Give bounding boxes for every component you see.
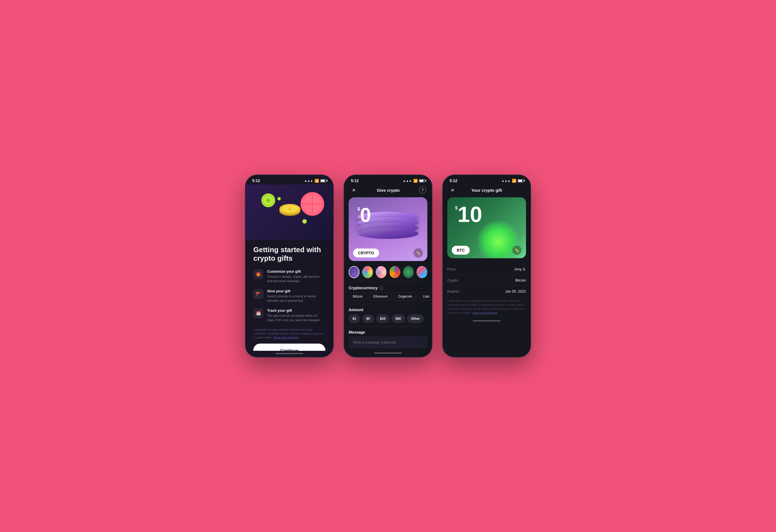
amount-number-3: 10 [457, 203, 482, 226]
divider-1 [349, 281, 427, 282]
btc-tag: BTC [452, 246, 470, 255]
card-bottom-2: CRYPTO ✏️ [349, 245, 427, 261]
home-bar-2 [374, 352, 402, 353]
feature-track: 📅 Track your gift The gift must be accep… [253, 308, 325, 322]
feature-give: 🚩 Give your gift Send it directly to a f… [253, 289, 325, 303]
svg-text:$: $ [289, 207, 291, 211]
crypto-label-3: Crypto [447, 278, 458, 282]
signal-icon-3: ▲▲▲ [501, 179, 511, 182]
time-3: 5:12 [449, 179, 457, 183]
message-label: Message [349, 330, 427, 334]
terms-link-3[interactable]: Terms and Conditions [472, 311, 498, 314]
amount-chip-5[interactable]: $5 [362, 314, 374, 323]
theme-green[interactable] [403, 266, 414, 278]
dollar-sign-3: $ [455, 206, 457, 211]
close-button-2[interactable]: ✕ [350, 186, 358, 194]
signal-icon-2: ▲▲▲ [403, 179, 412, 182]
theme-photo[interactable] [416, 266, 427, 278]
battery-icon-2 [419, 179, 425, 182]
feature-customize-text: Customize your gift Choose a design, cry… [267, 269, 325, 283]
info-row-crypto: Crypto Bitcoin [447, 275, 526, 286]
coin-gold: $ [279, 201, 301, 216]
chip-ethereum[interactable]: Ethereum [369, 292, 392, 301]
info-rows: From Amy S. Crypto Bitcoin Expires Jan 0… [443, 262, 531, 299]
chip-bitcoin[interactable]: Bitcoin [349, 292, 367, 301]
status-bar-3: 5:12 ▲▲▲ 📶 [443, 175, 531, 185]
battery-icon-3 [518, 179, 524, 182]
amount-chip-1[interactable]: $1 [349, 314, 360, 323]
divider-3 [349, 326, 427, 327]
dollar-sign-2: $ [358, 207, 360, 212]
crypto-value: Bitcoin [515, 278, 526, 282]
nav-title-3: Your crypto gift [471, 188, 502, 193]
divider-2 [349, 304, 427, 304]
feature-customize-title: Customize your gift [267, 269, 325, 273]
from-value: Amy S. [514, 267, 526, 271]
edit-button-2[interactable]: ✏️ [413, 248, 423, 258]
calendar-icon: 📅 [253, 308, 263, 318]
amount-number-2: 0 [360, 205, 371, 225]
theme-colorful2[interactable] [376, 266, 387, 278]
feature-give-text: Give your gift Send it directly to a fri… [267, 289, 325, 303]
hero-section: $ [245, 185, 333, 240]
phones-container: 5:12 ▲▲▲ 📶 [245, 175, 531, 357]
wifi-icon-3: 📶 [512, 179, 516, 183]
feature-give-desc: Send it directly to a friend or family m… [267, 294, 325, 303]
coin-green [261, 193, 276, 208]
theme-colorful1[interactable] [362, 266, 373, 278]
theme-circles [344, 265, 432, 281]
message-section: Message [344, 329, 432, 350]
wifi-icon-1: 📶 [315, 179, 319, 183]
phone-2-screen: 5:12 ▲▲▲ 📶 ✕ Give crypto ? [344, 175, 432, 357]
feature-track-title: Track your gift [267, 308, 325, 312]
amount-display-2: $ 0 [358, 205, 371, 225]
continue-button[interactable]: Continue [253, 343, 325, 351]
phone-1-screen: 5:12 ▲▲▲ 📶 [245, 175, 333, 357]
amount-chip-10[interactable]: $10 [376, 314, 389, 323]
home-bar-1 [275, 353, 303, 354]
amount-chips-row: $1 $5 $10 $50 Other [344, 314, 432, 326]
gift-icon: 🎁 [253, 269, 263, 279]
home-indicator-3 [443, 318, 531, 324]
crypto-tag-2: CRYPTO [353, 249, 379, 257]
edit-button-3[interactable]: ✏️ [512, 246, 522, 255]
status-icons-1: ▲▲▲ 📶 [304, 179, 327, 183]
flag-icon: 🚩 [253, 289, 263, 299]
chip-dogecoin[interactable]: Dogecoin [394, 292, 416, 301]
message-input[interactable] [349, 337, 427, 348]
status-icons-3: ▲▲▲ 📶 [501, 179, 524, 183]
cryptocurrency-section: Cryptocurrency i [344, 284, 432, 292]
chip-litecoin[interactable]: Litec [419, 292, 432, 301]
crypto-chips-row: Bitcoin Ethereum Dogecoin Litec [344, 292, 432, 304]
theme-colorful3[interactable] [389, 266, 400, 278]
close-button-3[interactable]: ✕ [448, 186, 456, 194]
signal-icon-1: ▲▲▲ [304, 179, 313, 182]
cryptocurrency-label: Cryptocurrency [349, 286, 377, 290]
theme-purple[interactable] [349, 266, 360, 278]
home-indicator-2 [344, 350, 432, 356]
home-bar-3 [473, 320, 501, 321]
status-icons-2: ▲▲▲ 📶 [403, 179, 425, 183]
nav-title-2: Give crypto [377, 188, 400, 193]
nav-header-2: ✕ Give crypto ? [344, 185, 432, 197]
expires-value: Jan 05, 2022 [505, 289, 526, 293]
nav-header-3: ✕ Your crypto gift [443, 185, 531, 197]
amount-chip-50[interactable]: $50 [392, 314, 405, 323]
phone1-disclaimer: Crypto gifts are only available to Robin… [253, 328, 325, 340]
amount-display-3: $ 10 [455, 203, 482, 226]
phone-2: 5:12 ▲▲▲ 📶 ✕ Give crypto ? [344, 175, 432, 357]
amount-chip-other[interactable]: Other [407, 314, 424, 323]
info-icon-crypto[interactable]: i [379, 286, 384, 290]
phone3-disclaimer: Crypto gifts are only available to Robin… [443, 299, 531, 318]
home-indicator-1 [245, 351, 333, 357]
feature-customize: 🎁 Customize your gift Choose a design, c… [253, 269, 325, 283]
coin-pink [300, 192, 325, 216]
amount-section: Amount [344, 306, 432, 314]
terms-link-1[interactable]: Terms and Conditions [273, 336, 299, 339]
status-bar-2: 5:12 ▲▲▲ 📶 [344, 175, 432, 185]
time-2: 5:12 [351, 179, 359, 183]
help-button-2[interactable]: ? [419, 187, 426, 194]
phone-1: 5:12 ▲▲▲ 📶 [245, 175, 334, 357]
card-bottom-3: BTC ✏️ [447, 242, 526, 258]
feature-track-desc: The gift must be accepted within 14 days… [267, 313, 325, 322]
